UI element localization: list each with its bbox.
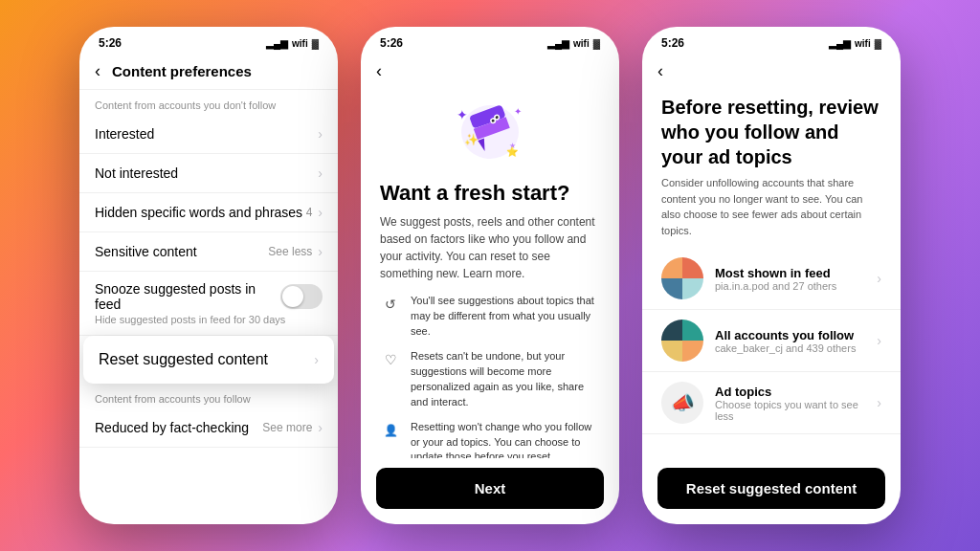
ad-icon: 📣 [661, 382, 703, 424]
bullet-text-0: You'll see suggestions about topics that… [411, 294, 600, 340]
heart-icon: ♡ [380, 349, 401, 370]
fresh-title: Want a fresh start? [380, 181, 600, 206]
sensitive-chevron: › [318, 244, 323, 259]
menu-fact-check[interactable]: Reduced by fact-checking See more › [79, 408, 338, 448]
status-icons-1: ▂▄▆ wifi ▓ [266, 38, 319, 49]
avatar-all-accounts [661, 320, 703, 362]
back-row-2: ‹ [361, 55, 619, 83]
topic-most-shown-info: Most shown in feed pia.in.a.pod and 27 o… [715, 266, 865, 292]
back-row-3: ‹ [642, 55, 901, 83]
back-button-3[interactable]: ‹ [657, 61, 663, 80]
interested-chevron: › [318, 126, 323, 142]
reset-chevron: › [314, 352, 319, 367]
back-button-2[interactable]: ‹ [376, 61, 382, 80]
fresh-desc: We suggest posts, reels and other conten… [380, 213, 600, 282]
fact-check-right: See more › [262, 420, 323, 435]
person-icon: 👤 [380, 420, 401, 441]
menu-not-interested[interactable]: Not interested › [79, 154, 338, 193]
review-title: Before resetting, review who you follow … [642, 83, 901, 175]
status-bar-1: 5:26 ▂▄▆ wifi ▓ [79, 27, 338, 55]
snooze-sub: Hide suggested posts in feed for 30 days [95, 314, 323, 325]
menu-interested[interactable]: Interested › [79, 115, 338, 154]
time-2: 5:26 [380, 36, 403, 50]
fact-check-chevron: › [318, 420, 323, 435]
reset-content-button[interactable]: Reset suggested content [657, 468, 885, 509]
snooze-toggle[interactable] [280, 284, 323, 309]
bullet-item-1: ♡ Resets can't be undone, but your sugge… [380, 349, 600, 410]
topic-ad-name: Ad topics [715, 385, 865, 399]
not-interested-label: Not interested [95, 165, 178, 181]
topic-most-shown-name: Most shown in feed [715, 266, 865, 280]
signal-icon-3: ▂▄▆ [829, 38, 851, 49]
fact-check-badge: See more [262, 421, 312, 434]
wifi-icon-3: wifi [855, 38, 871, 49]
phone-2: 5:26 ▂▄▆ wifi ▓ ‹ ✦ ✦ ★ [361, 27, 619, 524]
status-icons-3: ▂▄▆ wifi ▓ [829, 38, 881, 49]
topic-most-shown-chevron: › [877, 271, 881, 286]
menu-sensitive[interactable]: Sensitive content See less › [79, 232, 338, 272]
time-1: 5:26 [99, 36, 122, 50]
topic-all-accounts-sub: cake_baker_cj and 439 others [715, 342, 865, 354]
status-bar-2: 5:26 ▂▄▆ wifi ▓ [361, 27, 619, 55]
interested-right: › [318, 126, 323, 142]
phone1-content: Content from accounts you don't follow I… [79, 90, 338, 524]
battery-icon-3: ▓ [875, 38, 881, 49]
topic-all-accounts-info: All accounts you follow cake_baker_cj an… [715, 328, 865, 354]
header-title-1: Content preferences [112, 63, 252, 79]
sensitive-right: See less › [268, 244, 323, 259]
phone-1: 5:26 ▂▄▆ wifi ▓ ‹ Content preferences Co… [79, 27, 338, 524]
bullet-item-2: 👤 Resetting won't change who you follow … [380, 420, 600, 458]
illustration-svg: ✦ ✦ ★ ✨ ⭐ [447, 96, 533, 167]
review-desc: Consider unfollowing accounts that share… [642, 175, 901, 248]
menu-reset[interactable]: Reset suggested content › [83, 336, 334, 384]
hidden-words-chevron: › [318, 205, 323, 220]
svg-text:⭐: ⭐ [506, 145, 519, 158]
section-label-1: Content from accounts you don't follow [79, 90, 338, 115]
bullet-item-0: ↺ You'll see suggestions about topics th… [380, 294, 600, 340]
sensitive-label: Sensitive content [95, 244, 197, 259]
topic-most-shown[interactable]: Most shown in feed pia.in.a.pod and 27 o… [642, 248, 901, 310]
phone-3: 5:26 ▂▄▆ wifi ▓ ‹ Before resetting, revi… [642, 27, 901, 524]
next-button[interactable]: Next [376, 468, 604, 509]
section-label-2: Content from accounts you follow [79, 384, 338, 408]
wifi-icon: wifi [292, 38, 308, 49]
fresh-illustration: ✦ ✦ ★ ✨ ⭐ [442, 93, 538, 169]
topic-ad-info: Ad topics Choose topics you want to see … [715, 385, 865, 422]
hidden-words-badge: 4 [306, 206, 313, 219]
signal-icon: ▂▄▆ [266, 38, 288, 49]
topic-ad-topics[interactable]: 📣 Ad topics Choose topics you want to se… [642, 372, 901, 434]
reset-label: Reset suggested content [99, 351, 268, 368]
svg-text:✦: ✦ [514, 106, 522, 117]
topic-ad-chevron: › [877, 395, 881, 410]
bullet-list: ↺ You'll see suggestions about topics th… [380, 294, 600, 458]
topic-most-shown-sub: pia.in.a.pod and 27 others [715, 280, 865, 292]
fact-check-label: Reduced by fact-checking [95, 420, 249, 435]
topic-all-accounts[interactable]: All accounts you follow cake_baker_cj an… [642, 310, 901, 372]
topic-all-accounts-chevron: › [877, 333, 881, 348]
phone2-content: ✦ ✦ ★ ✨ ⭐ Want a fresh start? We suggest… [361, 83, 619, 458]
svg-text:✨: ✨ [464, 132, 479, 146]
refresh-icon: ↺ [380, 294, 401, 315]
menu-snooze: Snooze suggested posts in feed Hide sugg… [79, 272, 338, 336]
avatar-most-shown [661, 257, 703, 299]
topic-ad-sub: Choose topics you want to see less [715, 399, 865, 422]
bullet-text-1: Resets can't be undone, but your suggest… [411, 349, 600, 410]
not-interested-chevron: › [318, 165, 323, 181]
sensitive-badge: See less [268, 245, 312, 258]
topic-all-accounts-name: All accounts you follow [715, 328, 865, 342]
svg-text:✦: ✦ [457, 107, 468, 122]
snooze-row: Snooze suggested posts in feed [95, 281, 323, 312]
status-bar-3: 5:26 ▂▄▆ wifi ▓ [642, 27, 901, 55]
signal-icon-2: ▂▄▆ [547, 38, 569, 49]
toggle-knob [282, 286, 303, 307]
status-icons-2: ▂▄▆ wifi ▓ [547, 38, 600, 49]
snooze-label: Snooze suggested posts in feed [95, 281, 280, 312]
menu-hidden-words[interactable]: Hidden specific words and phrases 4 › [79, 193, 338, 232]
battery-icon: ▓ [312, 38, 319, 49]
hidden-words-label: Hidden specific words and phrases [95, 205, 302, 220]
bullet-text-2: Resetting won't change who you follow or… [411, 420, 600, 458]
hidden-words-right: 4 › [306, 205, 323, 220]
wifi-icon-2: wifi [573, 38, 590, 49]
battery-icon-2: ▓ [593, 38, 600, 49]
back-button-1[interactable]: ‹ [95, 61, 100, 81]
